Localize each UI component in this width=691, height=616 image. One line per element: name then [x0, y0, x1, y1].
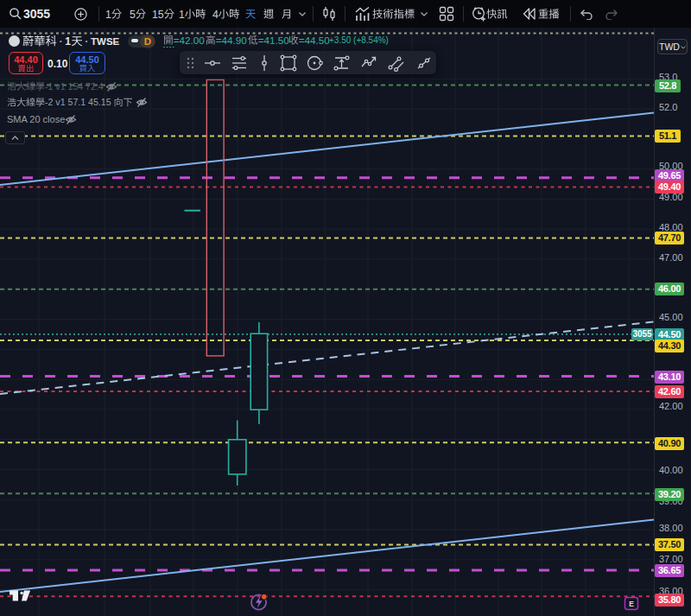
svg-text:D: D: [144, 36, 151, 47]
svg-text:E: E: [629, 600, 634, 608]
